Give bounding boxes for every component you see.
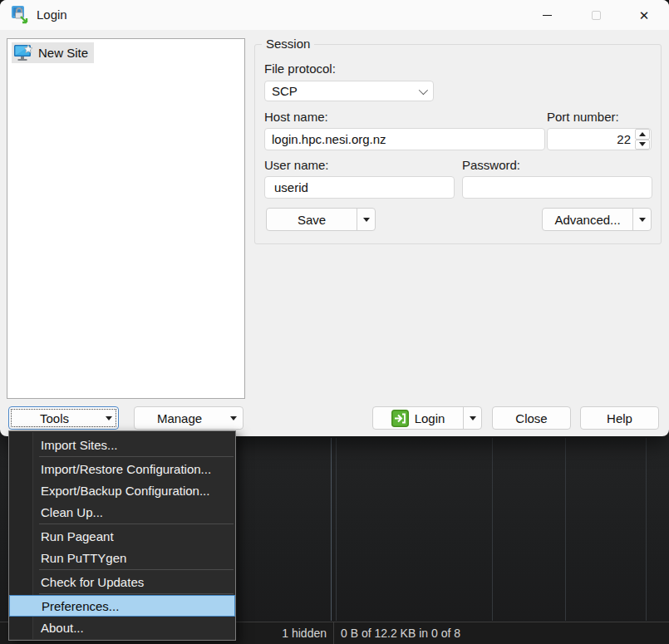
chevron-down-icon xyxy=(419,86,428,95)
window-title: Login xyxy=(37,7,67,22)
menu-separator xyxy=(39,593,234,594)
advanced-button[interactable]: Advanced... xyxy=(542,208,652,231)
close-button[interactable]: ✕ xyxy=(625,0,663,30)
port-number-input[interactable]: 22 xyxy=(547,128,652,150)
host-name-label: Host name: xyxy=(264,110,328,124)
menu-item-run-pageant[interactable]: Run Pageant xyxy=(9,525,235,547)
session-group: Session File protocol: SCP Host name: lo… xyxy=(254,37,662,244)
site-item-label: New Site xyxy=(38,46,88,60)
green-arrow-door-icon xyxy=(391,410,409,427)
status-bar-divider xyxy=(333,622,334,644)
password-input[interactable] xyxy=(462,176,652,199)
title-bar[interactable]: Login ✕ xyxy=(0,0,669,30)
monitor-star-icon xyxy=(13,44,34,61)
user-name-input[interactable]: userid xyxy=(264,176,455,199)
tools-button-label[interactable]: Tools xyxy=(9,407,100,429)
login-button-main[interactable]: Login xyxy=(373,407,463,429)
menu-separator xyxy=(39,456,234,457)
spin-up-button[interactable] xyxy=(635,129,650,140)
tools-menu: Import Sites... Import/Restore Configura… xyxy=(8,430,236,641)
help-label: Help xyxy=(607,411,632,425)
menu-item-run-puttygen[interactable]: Run PuTTYgen xyxy=(9,547,235,568)
port-number-label: Port number: xyxy=(547,110,619,124)
file-protocol-label: File protocol: xyxy=(264,61,336,76)
panel-splitter[interactable] xyxy=(331,438,332,621)
login-dropdown-button[interactable] xyxy=(463,407,481,429)
login-button[interactable]: Login xyxy=(372,406,482,430)
maximize-icon xyxy=(592,11,601,20)
minimize-button[interactable] xyxy=(528,0,566,30)
maximize-button xyxy=(577,0,615,30)
file-protocol-select[interactable]: SCP xyxy=(264,81,434,101)
host-name-value: login.hpc.nesi.org.nz xyxy=(272,132,386,146)
dropdown-arrow-icon xyxy=(639,218,646,222)
menu-separator xyxy=(39,524,234,524)
screen: 1 hidden 0 B of 12.2 KB in 0 of 8 Login … xyxy=(0,0,669,644)
menu-separator xyxy=(39,569,234,570)
menu-item-import-sites[interactable]: Import Sites... xyxy=(9,434,235,455)
status-transfer-summary: 0 B of 12.2 KB in 0 of 8 xyxy=(341,627,460,640)
dropdown-arrow-icon xyxy=(363,218,370,222)
user-name-label: User name: xyxy=(264,158,329,172)
login-button-label: Login xyxy=(415,411,445,425)
session-group-title: Session xyxy=(262,37,314,51)
menu-item-about[interactable]: About... xyxy=(9,617,235,638)
menu-item-clean-up[interactable]: Clean Up... xyxy=(9,501,235,523)
menu-item-preferences[interactable]: Preferences... xyxy=(9,595,235,617)
save-button-label[interactable]: Save xyxy=(267,209,357,230)
advanced-button-label[interactable]: Advanced... xyxy=(543,209,632,230)
login-dialog: Login ✕ New Site Session xyxy=(0,0,669,436)
host-name-input[interactable]: login.hpc.nesi.org.nz xyxy=(264,128,545,150)
user-name-value: userid xyxy=(274,180,308,194)
site-list[interactable]: New Site xyxy=(7,38,245,399)
menu-item-export-backup-configuration[interactable]: Export/Backup Configuration... xyxy=(9,479,235,501)
manage-dropdown-button[interactable] xyxy=(224,407,243,429)
spin-up-icon xyxy=(639,132,646,136)
file-protocol-value: SCP xyxy=(272,84,298,98)
save-button[interactable]: Save xyxy=(266,208,376,231)
help-button[interactable]: Help xyxy=(580,406,659,430)
column-divider[interactable] xyxy=(565,438,566,621)
site-item-new-site[interactable]: New Site xyxy=(12,42,94,63)
manage-button[interactable]: Manage xyxy=(134,406,243,430)
tools-dropdown-button[interactable] xyxy=(100,407,118,429)
close-dialog-button[interactable]: Close xyxy=(492,406,571,430)
password-label: Password: xyxy=(462,158,520,172)
close-icon: ✕ xyxy=(639,9,650,22)
minimize-icon xyxy=(543,15,552,16)
manage-button-label[interactable]: Manage xyxy=(135,407,224,429)
panel-splitter-line xyxy=(336,438,337,621)
winscp-app-icon xyxy=(10,5,30,25)
spin-down-button[interactable] xyxy=(635,140,650,150)
close-dialog-label: Close xyxy=(515,411,547,425)
menu-item-check-for-updates[interactable]: Check for Updates xyxy=(9,571,235,592)
port-spinner xyxy=(635,129,650,150)
dropdown-arrow-icon xyxy=(106,416,112,420)
column-divider[interactable] xyxy=(646,438,647,621)
column-divider[interactable] xyxy=(492,438,493,621)
advanced-dropdown-button[interactable] xyxy=(632,209,651,230)
menu-item-import-restore-configuration[interactable]: Import/Restore Configuration... xyxy=(9,458,235,479)
dropdown-arrow-icon xyxy=(470,416,476,420)
dropdown-arrow-icon xyxy=(230,416,237,420)
spin-down-icon xyxy=(639,142,646,146)
port-number-value: 22 xyxy=(548,132,635,146)
save-dropdown-button[interactable] xyxy=(357,209,375,230)
tools-button[interactable]: Tools xyxy=(8,406,119,430)
